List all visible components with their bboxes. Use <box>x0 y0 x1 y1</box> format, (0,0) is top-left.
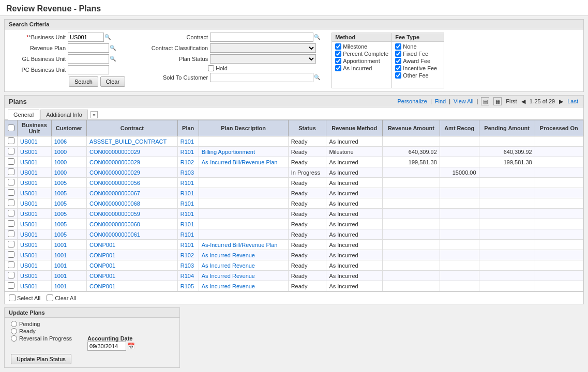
cell-contract[interactable]: CONP001 <box>87 271 178 281</box>
cell-contract[interactable]: CON000000000060 <box>87 219 178 229</box>
nav-icon-1[interactable]: ▤ <box>481 97 489 105</box>
clear-button[interactable]: Clear <box>100 76 125 87</box>
fee-incentive-checkbox[interactable] <box>395 65 401 71</box>
row-checkbox[interactable] <box>8 220 14 227</box>
method-apportionment-checkbox[interactable] <box>335 58 341 64</box>
cell-plan[interactable]: R101 <box>177 240 199 250</box>
cell-plan_description[interactable]: As-Incurred Bill/Revenue Plan <box>199 240 288 250</box>
sold-to-customer-input[interactable] <box>210 73 313 82</box>
cell-customer[interactable]: 1005 <box>51 219 86 229</box>
row-checkbox[interactable] <box>8 251 14 258</box>
revenue-plan-search-icon[interactable] <box>110 44 117 52</box>
cell-business_unit[interactable]: US001 <box>18 271 52 281</box>
cell-business_unit[interactable]: US001 <box>18 229 52 240</box>
cell-plan[interactable]: R103 <box>177 167 199 178</box>
cell-contract[interactable]: CON000000000029 <box>87 167 178 178</box>
row-checkbox[interactable] <box>8 168 14 175</box>
cell-plan_description[interactable] <box>199 136 288 147</box>
cell-plan[interactable]: R101 <box>177 229 199 240</box>
cell-business_unit[interactable]: US001 <box>18 240 52 250</box>
personalize-link[interactable]: Personalize <box>397 98 427 104</box>
cell-plan[interactable]: R104 <box>177 271 199 281</box>
cell-plan[interactable]: R102 <box>177 157 199 167</box>
cell-plan_description[interactable] <box>199 178 288 188</box>
row-checkbox[interactable] <box>8 158 14 165</box>
cell-customer[interactable]: 1000 <box>51 147 86 157</box>
next-icon[interactable]: ▶ <box>559 98 563 105</box>
clear-all-label[interactable]: Clear All <box>47 295 76 301</box>
radio-reversal[interactable] <box>11 335 17 342</box>
cell-contract[interactable]: CON000000000059 <box>87 209 178 219</box>
row-checkbox[interactable] <box>8 210 14 216</box>
gl-business-unit-search-icon[interactable] <box>110 55 117 63</box>
row-checkbox[interactable] <box>8 230 14 237</box>
row-checkbox[interactable] <box>8 241 14 247</box>
cell-plan_description[interactable] <box>199 188 288 198</box>
revenue-plan-input[interactable] <box>68 43 109 53</box>
cell-customer[interactable]: 1005 <box>51 198 86 209</box>
cell-business_unit[interactable]: US001 <box>18 250 52 260</box>
row-checkbox[interactable] <box>8 261 14 268</box>
select-all-checkbox[interactable] <box>9 295 16 301</box>
row-checkbox[interactable] <box>8 272 14 278</box>
cell-plan[interactable]: R105 <box>177 281 199 291</box>
cell-contract[interactable]: CONP001 <box>87 281 178 291</box>
contract-search-icon[interactable] <box>314 34 321 41</box>
cell-business_unit[interactable]: US001 <box>18 178 52 188</box>
cell-customer[interactable]: 1001 <box>51 240 86 250</box>
contract-input[interactable] <box>210 33 313 42</box>
cell-business_unit[interactable]: US001 <box>18 136 52 147</box>
plan-status-select[interactable] <box>210 54 316 64</box>
cell-customer[interactable]: 1005 <box>51 229 86 240</box>
method-percent-checkbox[interactable] <box>335 51 341 57</box>
select-all-label[interactable]: Select All <box>9 295 40 301</box>
sold-to-customer-search-icon[interactable] <box>314 74 321 81</box>
radio-pending[interactable] <box>11 321 17 327</box>
radio-ready[interactable] <box>11 328 17 334</box>
business-unit-search-icon[interactable] <box>104 34 112 41</box>
cell-plan[interactable]: R101 <box>177 136 199 147</box>
update-plan-status-button[interactable]: Update Plan Status <box>11 354 71 364</box>
nav-icon-2[interactable]: ▦ <box>493 97 502 105</box>
row-checkbox[interactable] <box>8 137 14 144</box>
cell-business_unit[interactable]: US001 <box>18 219 52 229</box>
cell-plan[interactable]: R101 <box>177 219 199 229</box>
clear-all-checkbox[interactable] <box>47 295 53 301</box>
cell-plan[interactable]: R101 <box>177 178 199 188</box>
cell-customer[interactable]: 1001 <box>51 250 86 260</box>
view-all-link[interactable]: View All <box>454 98 473 104</box>
tab-general[interactable]: General <box>8 110 39 120</box>
cell-plan[interactable]: R101 <box>177 147 199 157</box>
method-milestone-checkbox[interactable] <box>335 43 341 50</box>
cell-plan_description[interactable]: As Incurred Revenue <box>199 281 288 291</box>
cell-contract[interactable]: ASSSET_BUILD_CONTRACT <box>87 136 178 147</box>
pc-business-unit-input[interactable] <box>68 65 109 74</box>
fee-other-checkbox[interactable] <box>395 72 401 79</box>
cell-customer[interactable]: 1000 <box>51 167 86 178</box>
last-link[interactable]: Last <box>567 98 578 104</box>
cell-plan_description[interactable] <box>199 219 288 229</box>
cell-contract[interactable]: CONP001 <box>87 240 178 250</box>
hold-checkbox[interactable] <box>208 65 214 71</box>
cell-plan[interactable]: R101 <box>177 209 199 219</box>
fee-none-checkbox[interactable] <box>395 43 401 50</box>
cell-contract[interactable]: CON000000000056 <box>87 178 178 188</box>
cell-contract[interactable]: CON000000000067 <box>87 188 178 198</box>
cell-business_unit[interactable]: US001 <box>18 147 52 157</box>
prev-icon[interactable]: ◀ <box>521 98 525 105</box>
cell-plan_description[interactable] <box>199 229 288 240</box>
tab-additional-info[interactable]: Additional Info <box>40 110 88 119</box>
cell-business_unit[interactable]: US001 <box>18 157 52 167</box>
cell-business_unit[interactable]: US001 <box>18 188 52 198</box>
cell-contract[interactable]: CON000000000061 <box>87 229 178 240</box>
cell-plan[interactable]: R103 <box>177 260 199 271</box>
cell-plan[interactable]: R101 <box>177 188 199 198</box>
cell-business_unit[interactable]: US001 <box>18 260 52 271</box>
cell-customer[interactable]: 1001 <box>51 271 86 281</box>
gl-business-unit-input[interactable] <box>68 54 109 64</box>
row-checkbox[interactable] <box>8 179 14 185</box>
cell-plan_description[interactable]: As Incurred Revenue <box>199 250 288 260</box>
select-all-header-checkbox[interactable] <box>8 125 14 131</box>
tab-customize-icon[interactable]: ≡ <box>91 111 98 118</box>
cell-plan[interactable]: R102 <box>177 250 199 260</box>
